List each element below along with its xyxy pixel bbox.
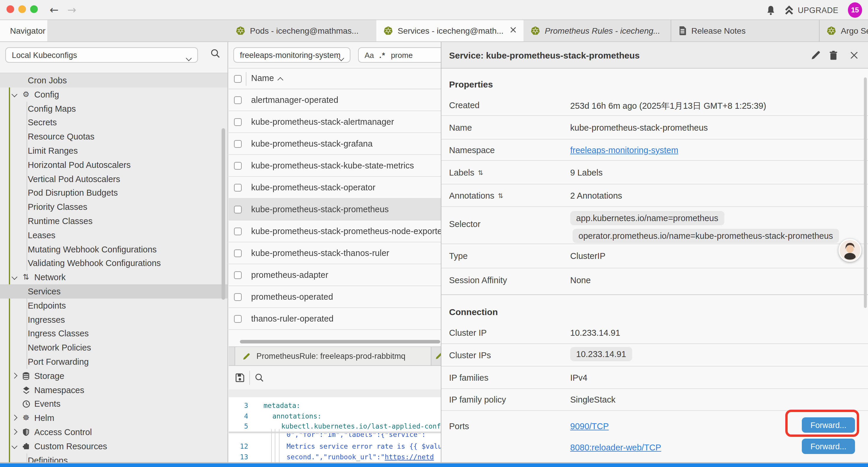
- sidebar-item-namespaces[interactable]: Namespaces: [0, 383, 228, 397]
- row-checkbox[interactable]: [234, 118, 242, 126]
- tab-prometheus-rules[interactable]: Prometheus Rules - icecheng...: [524, 20, 671, 41]
- namespace-link[interactable]: freeleaps-monitoring-system: [570, 145, 678, 155]
- chevron-right-icon[interactable]: [11, 429, 18, 436]
- namespace-select[interactable]: freeleaps-monitoring-system: [234, 47, 350, 63]
- back-arrow-icon[interactable]: ←: [50, 2, 59, 18]
- table-row[interactable]: thanos-ruler-operated: [229, 308, 441, 330]
- sidebar-item-mutating-webhook-configurations[interactable]: Mutating Webhook Configurations: [0, 242, 228, 257]
- find-in-editor-icon[interactable]: [255, 373, 264, 382]
- services-toolbar: freeleaps-monitoring-system Aa .* prome: [229, 42, 441, 68]
- delete-trash-icon[interactable]: [829, 50, 838, 60]
- regex-icon[interactable]: .*: [379, 51, 385, 59]
- row-checkbox[interactable]: [234, 315, 242, 322]
- name-column-header[interactable]: Name: [251, 73, 274, 83]
- row-checkbox[interactable]: [234, 140, 242, 147]
- row-checkbox[interactable]: [234, 271, 242, 279]
- table-row[interactable]: kube-prometheus-stack-prometheus-node-ex…: [229, 221, 441, 242]
- details-scrollbar[interactable]: [864, 78, 867, 308]
- match-case-icon[interactable]: Aa: [365, 51, 374, 59]
- runbook-url-link[interactable]: https://netd: [385, 453, 434, 461]
- row-checkbox[interactable]: [234, 162, 242, 169]
- search-icon[interactable]: [210, 49, 220, 59]
- expand-collapse-icon[interactable]: ⇅: [498, 192, 503, 200]
- yaml-editor[interactable]: 3 metadata: 4 annotations: 5 kubectl.kub…: [229, 389, 441, 467]
- tab-services[interactable]: Services - icecheng@math...: [376, 20, 524, 41]
- row-checkbox[interactable]: [234, 205, 242, 213]
- sidebar-item-ingresses[interactable]: Ingresses: [0, 313, 228, 327]
- row-checkbox[interactable]: [234, 227, 242, 235]
- tab-argo[interactable]: Argo Se: [819, 20, 868, 41]
- row-checkbox[interactable]: [234, 249, 242, 257]
- row-checkbox[interactable]: [234, 293, 242, 300]
- table-row[interactable]: alertmanager-operated: [229, 89, 441, 111]
- maximize-window-button[interactable]: [30, 5, 38, 13]
- horizontal-scrollbar[interactable]: [240, 340, 440, 344]
- row-checkbox[interactable]: [234, 96, 242, 104]
- close-window-button[interactable]: [6, 5, 14, 13]
- table-row[interactable]: kube-prometheus-stack-grafana: [229, 133, 441, 155]
- editor-tab-prometheusrule[interactable]: PrometheusRule: freeleaps-prod-rabbitmq: [235, 347, 431, 365]
- tab-pods[interactable]: Pods - icecheng@mathmas...: [229, 20, 376, 41]
- table-row-selected[interactable]: kube-prometheus-stack-prometheus: [229, 199, 441, 221]
- sidebar-scrollbar[interactable]: [222, 128, 225, 300]
- sidebar-item-events[interactable]: Events: [0, 397, 228, 411]
- chevron-right-icon[interactable]: [11, 414, 18, 421]
- sidebar-item-storage[interactable]: Storage: [0, 369, 228, 383]
- sidebar-item-helm[interactable]: ☸ Helm: [0, 411, 228, 425]
- sidebar-item-network-policies[interactable]: Network Policies: [0, 341, 228, 355]
- sidebar-item-resource-quotas[interactable]: Resource Quotas: [0, 129, 228, 144]
- sort-ascending-icon[interactable]: [277, 77, 283, 83]
- chevron-down-icon[interactable]: [11, 91, 18, 98]
- sidebar-item-vertical-pod-autoscalers[interactable]: Vertical Pod Autoscalers: [0, 172, 228, 186]
- kubeconfig-select[interactable]: Local Kubeconfigs: [5, 47, 198, 63]
- sidebar-item-config[interactable]: ⚙ Config: [0, 87, 228, 102]
- table-row[interactable]: prometheus-operated: [229, 286, 441, 308]
- sidebar-item-cron-jobs[interactable]: Cron Jobs: [0, 73, 228, 87]
- table-row[interactable]: kube-prometheus-stack-operator: [229, 177, 441, 199]
- bell-icon[interactable]: [766, 5, 775, 15]
- close-panel-icon[interactable]: [850, 52, 858, 59]
- save-icon[interactable]: [235, 373, 245, 382]
- expand-collapse-icon[interactable]: ⇅: [478, 169, 483, 176]
- sidebar-item-services[interactable]: Services: [0, 284, 228, 298]
- select-all-checkbox[interactable]: [234, 75, 242, 83]
- upgrade-button[interactable]: UPGRADE: [785, 5, 838, 15]
- notification-count-badge[interactable]: 15: [848, 2, 862, 18]
- port-8080-link[interactable]: 8080:reloader-web/TCP: [570, 443, 661, 452]
- edit-pencil-icon[interactable]: [811, 50, 821, 60]
- sidebar-item-pod-disruption-budgets[interactable]: Pod Disruption Budgets: [0, 185, 228, 200]
- sidebar-item-endpoints[interactable]: Endpoints: [0, 298, 228, 313]
- sidebar-item-network[interactable]: ⇅ Network: [0, 270, 228, 284]
- editor-scroll-edge: [229, 389, 441, 397]
- sidebar-item-runtime-classes[interactable]: Runtime Classes: [0, 214, 228, 228]
- edit-pencil-icon[interactable]: [435, 352, 441, 360]
- sidebar-item-limit-ranges[interactable]: Limit Ranges: [0, 144, 228, 158]
- table-row[interactable]: kube-prometheus-stack-kube-state-metrics: [229, 155, 441, 177]
- chevron-down-icon[interactable]: [11, 274, 18, 281]
- avatar[interactable]: [838, 239, 862, 262]
- chevron-down-icon[interactable]: [11, 443, 18, 450]
- minimize-window-button[interactable]: [18, 5, 26, 13]
- sidebar-item-secrets[interactable]: Secrets: [0, 115, 228, 129]
- forward-arrow-icon[interactable]: →: [67, 2, 76, 18]
- sidebar-item-ingress-classes[interactable]: Ingress Classes: [0, 326, 228, 341]
- tab-release-notes[interactable]: Release Notes: [671, 20, 819, 41]
- sidebar-item-priority-classes[interactable]: Priority Classes: [0, 200, 228, 214]
- forward-port-8080-button[interactable]: Forward...: [802, 439, 855, 454]
- port-9090-link[interactable]: 9090/TCP: [570, 421, 609, 431]
- close-tab-icon[interactable]: [510, 27, 517, 33]
- tab-navigator[interactable]: Navigator: [0, 20, 47, 41]
- sidebar-item-access-control[interactable]: Access Control: [0, 425, 228, 439]
- table-row[interactable]: kube-prometheus-stack-alertmanager: [229, 111, 441, 133]
- sidebar-item-custom-resources[interactable]: Custom Resources: [0, 439, 228, 454]
- sidebar-item-leases[interactable]: Leases: [0, 228, 228, 242]
- table-row[interactable]: kube-prometheus-stack-thanos-ruler: [229, 242, 441, 264]
- chevron-right-icon[interactable]: [11, 372, 18, 380]
- sidebar-item-horizontal-pod-autoscalers[interactable]: Horizontal Pod Autoscalers: [0, 158, 228, 172]
- table-row[interactable]: prometheus-adapter: [229, 264, 441, 286]
- row-checkbox[interactable]: [234, 183, 242, 191]
- table-search-input[interactable]: Aa .* prome: [358, 47, 441, 63]
- sidebar-item-port-forwarding[interactable]: Port Forwarding: [0, 355, 228, 369]
- sidebar-item-validating-webhook-configurations[interactable]: Validating Webhook Configurations: [0, 256, 228, 270]
- sidebar-item-config-maps[interactable]: Config Maps: [0, 102, 228, 116]
